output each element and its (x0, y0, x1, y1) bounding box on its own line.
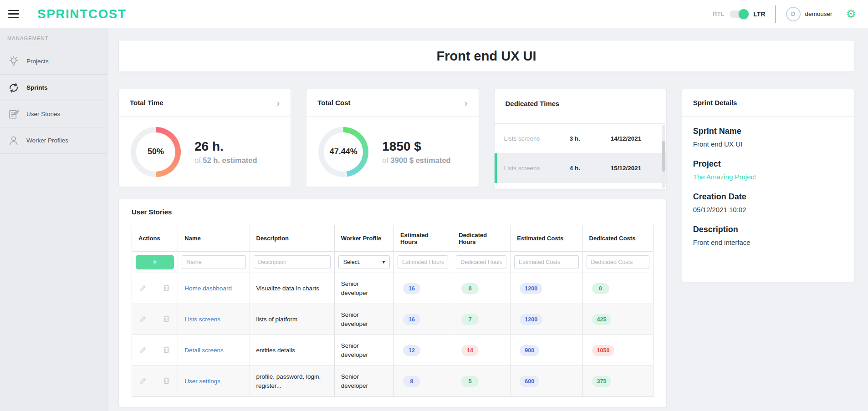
worker-profile: Senior developer (334, 304, 393, 335)
sprint-details-body: Sprint Name Front end UX UI Project The … (682, 117, 854, 268)
topbar-right: RTL LTR D demouser ⚙ (713, 5, 856, 23)
delete-button[interactable] (161, 313, 172, 326)
pencil-icon (138, 345, 148, 355)
avatar-initial: D (791, 10, 795, 17)
story-name-link[interactable]: Lists screens (184, 316, 220, 323)
estimated-hours-filter-input[interactable] (398, 255, 448, 269)
description-filter-input[interactable] (254, 255, 331, 269)
column-header-name: Name (178, 225, 250, 252)
dedicated-costs-filter-input[interactable] (587, 255, 649, 269)
dedicated-hours: 3 h. (570, 135, 611, 142)
username[interactable]: demouser (805, 10, 832, 17)
delete-button[interactable] (161, 344, 172, 357)
card-title: Sprint Details (693, 99, 737, 107)
trash-icon (162, 345, 171, 355)
column-header-dedicated-hours: Dedicated Hours (452, 225, 511, 252)
page-title: Front end UX UI (436, 49, 536, 64)
add-user-story-button[interactable]: + (136, 255, 174, 269)
total-cost-value: 1850 $ (382, 139, 450, 154)
edit-button[interactable] (138, 344, 149, 357)
card-header: Dedicated Times (495, 89, 666, 124)
total-time-body: 50% 26 h. of 52 h. estimated (119, 117, 291, 187)
dedicated-costs-badge: 425 (592, 314, 612, 325)
story-description: profile, password, login, register... (250, 366, 334, 397)
column-header-description: Description (250, 225, 334, 252)
total-time-donut-chart: 50% (131, 127, 181, 177)
story-name-link[interactable]: User settings (184, 378, 220, 385)
sidebar-item-worker-profiles[interactable]: Worker Profiles (0, 127, 107, 154)
story-name-link[interactable]: Detail screens (184, 347, 224, 354)
toggle-knob[interactable] (739, 9, 749, 19)
dedicated-name: Lists screens (504, 135, 570, 142)
sidebar-item-label: Worker Profiles (26, 137, 68, 144)
pencil-icon (138, 314, 148, 324)
name-filter-input[interactable] (182, 255, 245, 269)
estimated-costs-badge: 1200 (520, 314, 542, 325)
edit-button[interactable] (138, 282, 149, 295)
story-name-link[interactable]: Home dashboard (184, 285, 232, 292)
edit-button[interactable] (138, 313, 149, 326)
donut-percent: 50% (131, 127, 181, 177)
delete-button[interactable] (161, 282, 172, 295)
column-header-estimated-hours: Estimated Hours (393, 225, 452, 252)
estimated-costs-badge: 900 (520, 345, 539, 356)
dedicated-hours-badge: 5 (461, 376, 479, 387)
card-title: Dedicated Times (505, 100, 560, 107)
total-cost-donut-chart: 47.44% (318, 127, 368, 177)
pencil-icon (138, 376, 148, 386)
topbar-divider (776, 5, 776, 23)
donut-percent: 47.44% (318, 127, 368, 177)
chevron-right-icon[interactable]: › (277, 98, 280, 107)
total-cost-card: Total Cost › 47.44% 1850 $ of 3900 $ est… (306, 89, 479, 187)
dedicated-time-row[interactable]: Lists screens 4 h. 15/12/2021 (495, 153, 666, 183)
avatar[interactable]: D (786, 7, 801, 21)
sidebar-item-label: User Stories (26, 111, 60, 117)
table-row: User settings profile, password, login, … (132, 366, 654, 397)
user-stories-table: Actions Name Description Worker Profile … (132, 225, 654, 397)
field-value: Front end interface (693, 238, 843, 246)
lightbulb-icon (7, 55, 20, 68)
app-logo[interactable]: SPRINTCOST (37, 7, 126, 21)
user-stories-icon (7, 108, 20, 121)
estimated-hours-badge: 16 (403, 283, 420, 294)
sprint-details-card: Sprint Details Sprint Name Front end UX … (682, 89, 854, 282)
story-description: Visualize data in charts (250, 273, 334, 304)
description-field: Description Front end interface (693, 225, 843, 246)
trash-icon (162, 376, 171, 386)
chevron-right-icon[interactable]: › (465, 98, 468, 107)
pencil-icon (138, 283, 148, 293)
table-row: Home dashboard Visualize data in charts … (132, 273, 654, 304)
project-link[interactable]: The Amazing Project (693, 173, 843, 181)
dedicated-time-row[interactable]: Lists screens 3 h. 14/12/2021 (495, 124, 666, 153)
ltr-label: LTR (753, 10, 765, 18)
settings-gear-icon[interactable]: ⚙ (846, 8, 856, 20)
worker-profile: Senior developer (334, 366, 393, 397)
dedicated-times-card: Dedicated Times Lists screens 3 h. 14/12… (494, 89, 667, 190)
field-label: Project (693, 159, 843, 169)
rtl-label: RTL (713, 10, 724, 17)
worker-profile: Senior developer (334, 273, 393, 304)
topbar: SPRINTCOST RTL LTR D demouser ⚙ (0, 0, 868, 28)
sprint-name-field: Sprint Name Front end UX UI (693, 127, 843, 148)
sidebar-item-projects[interactable]: Projects (0, 48, 107, 75)
app-screen: SPRINTCOST RTL LTR D demouser ⚙ MANAGEME… (0, 0, 868, 411)
edit-button[interactable] (138, 375, 149, 388)
project-field: Project The Amazing Project (693, 159, 843, 181)
card-header: Total Time › (119, 89, 291, 117)
column-header-dedicated-costs: Dedicated Costs (582, 225, 653, 252)
scrollbar-thumb[interactable] (662, 141, 665, 172)
column-header-actions: Actions (132, 225, 178, 252)
estimated-costs-filter-input[interactable] (514, 255, 578, 269)
dedicated-hours-filter-input[interactable] (456, 255, 506, 269)
trash-icon (162, 314, 171, 324)
field-label: Description (693, 225, 843, 234)
dedicated-hours-badge: 14 (461, 345, 479, 356)
direction-toggle[interactable] (730, 10, 748, 18)
sidebar-item-user-stories[interactable]: User Stories (0, 101, 107, 127)
sidebar-item-sprints[interactable]: Sprints (0, 75, 107, 101)
hamburger-menu-button[interactable] (8, 9, 22, 20)
worker-profile-select[interactable]: Select. ▼ (338, 255, 390, 269)
estimated-hours-badge: 16 (403, 314, 420, 325)
delete-button[interactable] (161, 375, 172, 388)
table-row: Detail screens entities details Senior d… (132, 335, 654, 366)
